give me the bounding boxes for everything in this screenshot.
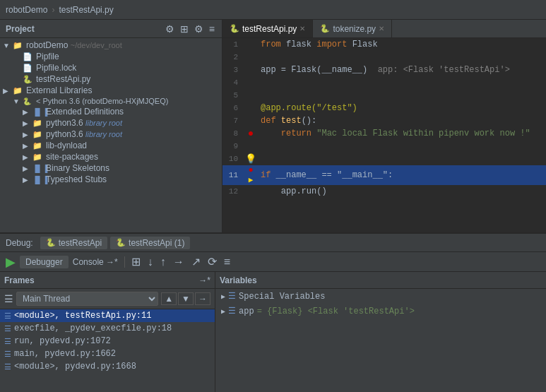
editor-tabs: 🐍 testRestApi.py ✕ 🐍 tokenize.py ✕ xyxy=(222,20,546,38)
pipfile-label: Pipfile xyxy=(36,52,59,61)
line-gutter-11: ● ▶ xyxy=(244,165,258,185)
code-line-7: 7 def test(): xyxy=(222,114,546,127)
debugger-tab-btn[interactable]: Debugger xyxy=(20,256,69,268)
lib1-label: python3.6 library root xyxy=(46,118,122,128)
breadcrumb-file: testRestApi.py xyxy=(59,5,113,15)
more-icon[interactable]: ≡ xyxy=(208,23,216,35)
toolbar-sep1 xyxy=(124,256,125,268)
breakpoint-11[interactable]: ● xyxy=(248,165,253,175)
step-over-btn[interactable]: ↓ xyxy=(145,254,156,270)
line-gutter-10: 💡 xyxy=(244,153,258,165)
thread-nav: ▲ ▼ → xyxy=(161,292,210,305)
typeshed-label: Typeshed Stubs xyxy=(46,174,107,184)
project-icons: ⚙ ⊞ ⚙ ≡ xyxy=(164,23,216,35)
step-out-btn[interactable]: ↗ xyxy=(189,254,203,270)
line-gutter-8: ● xyxy=(244,128,258,139)
root-folder-icon: 📁 xyxy=(13,41,24,50)
breadcrumb: robotDemo › testRestApi.py xyxy=(6,5,114,15)
var-app[interactable]: ▶ ☰ app = {Flask} <Flask 'testRestApi'> xyxy=(215,304,546,319)
pipfilelock-icon: 📄 xyxy=(23,64,34,73)
force-step-into-btn[interactable]: → xyxy=(170,254,187,270)
debug-tab-testrestapi-1[interactable]: 🐍 testRestApi (1) xyxy=(110,237,190,249)
code-line-8: 8 ● return "Mac local Flask within pipen… xyxy=(222,127,546,140)
frame-module2[interactable]: ☰ <module>, pydevd.py:1668 xyxy=(0,360,215,373)
ext-libs-arrow: ▶ xyxy=(3,87,13,95)
breakpoint-8[interactable]: ● xyxy=(248,128,254,139)
tree-pipfilelock[interactable]: 📄 Pipfile.lock xyxy=(0,62,222,73)
pipfilelock-label: Pipfile.lock xyxy=(36,63,76,73)
lib2-label: python3.6 library root xyxy=(46,129,122,139)
pipfile-icon: 📄 xyxy=(23,52,34,61)
tab-tokenize-label: tokenize.py xyxy=(333,24,376,34)
tree-root[interactable]: ▼ 📁 robotDemo ~/dev/dev_root xyxy=(0,40,222,51)
tab-testrestapi-label: testRestApi.py xyxy=(242,24,297,34)
tree-lib-dynload[interactable]: ▶ 📁 lib-dynload xyxy=(0,140,222,151)
frames-panel: Frames →* ☰ Main Thread ▲ ▼ → xyxy=(0,272,215,392)
frames-header: Frames →* xyxy=(0,272,215,289)
line-num-9: 9 xyxy=(222,142,244,150)
line-num-10: 10 xyxy=(222,155,244,163)
frame-module[interactable]: ☰ <module>, testRestApi.py:11 xyxy=(0,309,215,322)
app-var-value: = {Flask} <Flask 'testRestApi'> xyxy=(257,307,415,316)
line-num-5: 5 xyxy=(222,91,244,100)
tree-site-packages[interactable]: ▶ 📁 site-packages xyxy=(0,151,222,162)
sitepackages-arrow: ▶ xyxy=(23,153,32,161)
tab-testrestapi-close[interactable]: ✕ xyxy=(299,25,305,32)
frame-module2-icon: ☰ xyxy=(4,362,11,372)
thread-dropdown[interactable]: Main Thread xyxy=(16,292,158,306)
tree-python36-lib2[interactable]: ▶ 📁 python3.6 library root xyxy=(0,129,222,140)
tree-binary-skeletons[interactable]: ▶ ▐▌▐ Binary Skeletons xyxy=(0,162,222,174)
ext-libs-label: External Libraries xyxy=(26,85,92,95)
ext-defs-arrow: ▶ xyxy=(23,108,32,116)
python36-label: < Python 3.6 (robotDemo-HXjMJQEQ) xyxy=(36,97,168,105)
special-vars-arrow: ▶ xyxy=(221,292,225,301)
evaluate-btn[interactable]: ≡ xyxy=(221,254,233,270)
frame-execfile[interactable]: ☰ execfile, _pydev_execfile.py:18 xyxy=(0,322,215,335)
code-line-4: 4 xyxy=(222,76,546,89)
config-icon[interactable]: ⊞ xyxy=(179,23,190,35)
binary-arrow: ▶ xyxy=(23,165,32,172)
line-num-4: 4 xyxy=(222,78,244,87)
frames-export-icon[interactable]: →* xyxy=(198,275,210,285)
frame-module-icon: ☰ xyxy=(4,311,11,321)
binary-icon: ▐▌▐ xyxy=(32,165,44,172)
tree-typeshed-stubs[interactable]: ▶ ▐▌▐ Typeshed Stubs xyxy=(0,174,222,185)
debug-tab-testrestapi[interactable]: 🐍 testRestApi xyxy=(40,237,107,249)
project-header: Project ⚙ ⊞ ⚙ ≡ xyxy=(0,20,222,38)
frame-run[interactable]: ☰ run, pydevd.py:1072 xyxy=(0,335,215,348)
resume-btn[interactable]: ▶ xyxy=(3,253,18,271)
settings-icon[interactable]: ⚙ xyxy=(193,23,205,35)
thread-down-btn[interactable]: ▼ xyxy=(178,292,194,305)
debug-toolbar: ▶ Debugger Console →* ⊞ ↓ ↑ → ↗ ⟳ ≡ xyxy=(0,252,546,272)
run-to-cursor-btn[interactable]: ⟳ xyxy=(205,254,220,270)
tab-tokenize[interactable]: 🐍 tokenize.py ✕ xyxy=(313,20,392,37)
testrestapi-label: testRestApi.py xyxy=(36,74,90,84)
console-tab-btn[interactable]: Console →* xyxy=(70,256,121,268)
tree-pipfile[interactable]: 📄 Pipfile xyxy=(0,51,222,62)
app-var-name: app xyxy=(239,307,254,316)
code-line-10: 10 💡 xyxy=(222,153,546,165)
thread-export-btn[interactable]: → xyxy=(195,292,210,305)
testrestapi-icon: 🐍 xyxy=(23,75,34,84)
thread-up-btn[interactable]: ▲ xyxy=(161,292,177,305)
var-special[interactable]: ▶ ☰ Special Variables xyxy=(215,289,546,304)
tab-tokenize-close[interactable]: ✕ xyxy=(379,25,384,32)
step-into-btn[interactable]: ↑ xyxy=(158,254,169,270)
python36-icon: 🐍 xyxy=(23,97,34,105)
restore-layout-btn[interactable]: ⊞ xyxy=(129,254,143,270)
tree-python36-lib1[interactable]: ▶ 📁 python3.6 library root xyxy=(0,117,222,129)
tree-python36-env[interactable]: ▼ 🐍 < Python 3.6 (robotDemo-HXjMJQEQ) xyxy=(0,96,222,106)
tree-extended-defs[interactable]: ▶ ▐▌▐ Extended Definitions xyxy=(0,106,222,117)
frames-list: ☰ <module>, testRestApi.py:11 ☰ execfile… xyxy=(0,309,215,392)
frames-header-icons: →* xyxy=(198,275,210,285)
frame-main[interactable]: ☰ main, pydevd.py:1662 xyxy=(0,348,215,360)
ext-defs-label: Extended Definitions xyxy=(46,107,124,117)
sync-icon[interactable]: ⚙ xyxy=(164,23,176,35)
debug-tab-icon-1: 🐍 xyxy=(46,238,56,247)
tab-testrestapi[interactable]: 🐍 testRestApi.py ✕ xyxy=(222,20,313,37)
frame-run-icon: ☰ xyxy=(4,337,11,346)
code-line-3: 3 app = Flask(__name__) app: <Flask 'tes… xyxy=(222,64,546,76)
tree-external-libs[interactable]: ▶ 📁 External Libraries xyxy=(0,85,222,96)
tree-testrestapi[interactable]: 🐍 testRestApi.py xyxy=(0,73,222,85)
code-line-2: 2 xyxy=(222,51,546,64)
